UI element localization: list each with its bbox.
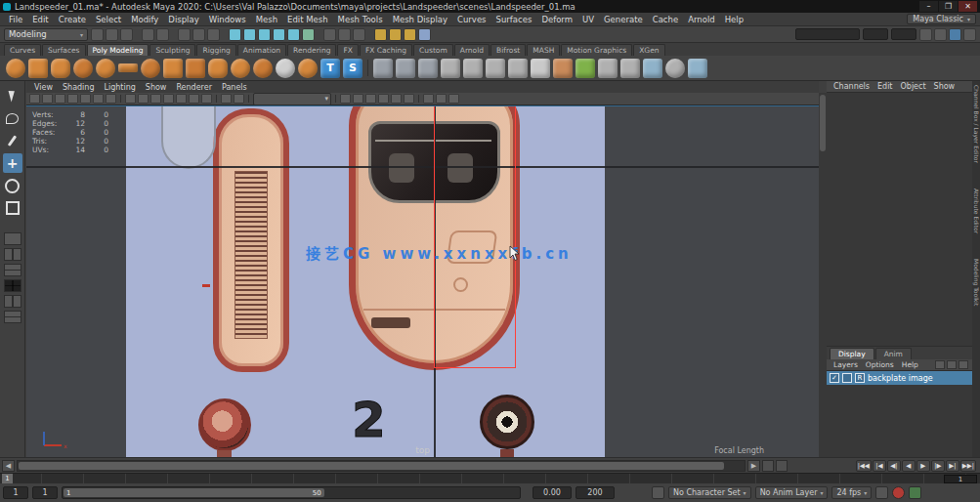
- shelf-boolean-intersect-icon[interactable]: [418, 59, 438, 78]
- shelf-boolean-union-icon[interactable]: [373, 59, 393, 78]
- vp-multisample-icon[interactable]: [391, 94, 402, 104]
- lasso-tool-icon[interactable]: [3, 108, 22, 128]
- shelf-fill-hole-icon[interactable]: [508, 59, 528, 78]
- layout-hypershade-persp-button[interactable]: [4, 311, 21, 323]
- menu-item-17[interactable]: Arnold: [683, 15, 720, 24]
- vp-grid-icon[interactable]: [125, 94, 136, 104]
- vp-lock-camera-icon[interactable]: [42, 94, 53, 104]
- auto-keyframe-toggle-icon[interactable]: [892, 486, 905, 499]
- menu-item-3[interactable]: Select: [91, 15, 126, 24]
- side-tab-2[interactable]: Modeling Toolkit: [973, 259, 980, 306]
- animation-start-field[interactable]: 1: [3, 486, 28, 499]
- vp-menu-item-2[interactable]: Lighting: [100, 83, 139, 92]
- vp-camera-attributes-icon[interactable]: [55, 94, 65, 104]
- vp-menu-item-4[interactable]: Renderer: [172, 83, 216, 92]
- snap-to-point-icon[interactable]: [258, 28, 271, 41]
- step-back-key-button[interactable]: ◀|: [887, 460, 901, 472]
- shelf-poly-soccer-icon[interactable]: [276, 59, 295, 78]
- layout-two-side-by-side-button[interactable]: [4, 248, 21, 261]
- vp-menu-item-5[interactable]: Panels: [218, 83, 251, 92]
- menu-item-18[interactable]: Help: [720, 15, 748, 24]
- range-end-handle[interactable]: 50: [313, 489, 321, 497]
- le-tab-0[interactable]: Display: [830, 348, 874, 359]
- save-scene-icon[interactable]: [120, 28, 133, 41]
- step-forward-key-button[interactable]: |▶: [931, 460, 945, 472]
- vp-safe-action-icon[interactable]: [189, 94, 199, 104]
- shelf-tab-9[interactable]: Custom: [413, 44, 453, 56]
- current-frame-field[interactable]: 1: [944, 475, 977, 483]
- cb-menu-item-0[interactable]: Channels: [831, 82, 873, 91]
- select-by-object-icon[interactable]: [192, 28, 205, 41]
- step-back-frame-button[interactable]: |◀: [873, 460, 886, 472]
- cb-menu-item-1[interactable]: Edit: [874, 82, 896, 91]
- cb-menu-item-3[interactable]: Show: [931, 82, 959, 91]
- vp-select-camera-icon[interactable]: [29, 94, 40, 104]
- shelf-poly-cube-icon[interactable]: [28, 59, 48, 78]
- channel-box-body[interactable]: [827, 93, 972, 347]
- vp-resolution-gate-icon[interactable]: [150, 94, 161, 104]
- minimize-button[interactable]: –: [919, 1, 938, 12]
- vp-motion-blur-icon[interactable]: [378, 94, 389, 104]
- attribute-editor-toggle-icon[interactable]: [919, 28, 932, 41]
- shelf-tab-13[interactable]: Motion Graphics: [561, 44, 632, 56]
- vp-shadows-icon[interactable]: [353, 94, 363, 104]
- shelf-tab-5[interactable]: Animation: [237, 44, 286, 56]
- layer-row[interactable]: ✓ R backplate image: [827, 371, 972, 385]
- vp-ao-icon[interactable]: [365, 94, 376, 104]
- select-by-component-icon[interactable]: [207, 28, 220, 41]
- rotate-tool-icon[interactable]: [3, 176, 22, 195]
- shelf-poly-disc-icon[interactable]: [141, 59, 160, 78]
- side-tab-1[interactable]: Attribute Editor: [973, 188, 980, 233]
- vp-menu-item-3[interactable]: Show: [142, 83, 171, 92]
- menu-item-5[interactable]: Display: [163, 15, 203, 24]
- layout-single-pane-button[interactable]: [4, 232, 21, 245]
- shelf-poly-gear-icon[interactable]: [253, 59, 273, 78]
- layout-two-stacked-button[interactable]: [4, 264, 21, 276]
- render-current-frame-icon[interactable]: [389, 28, 402, 41]
- snap-to-projected-center-icon[interactable]: [273, 28, 285, 41]
- shelf-tab-7[interactable]: FX: [337, 44, 358, 56]
- menu-item-1[interactable]: Edit: [27, 15, 53, 24]
- shelf-multi-cut-icon[interactable]: [531, 59, 550, 78]
- shelf-poly-torus-icon[interactable]: [96, 59, 115, 78]
- output-connections-icon[interactable]: [338, 28, 351, 41]
- shelf-tab-14[interactable]: XGen: [633, 44, 664, 56]
- animation-preferences-icon[interactable]: [909, 486, 921, 499]
- select-tool-icon[interactable]: [3, 86, 22, 105]
- shelf-poly-pyramid-icon[interactable]: [186, 59, 205, 78]
- vp-grease-pencil-icon[interactable]: [106, 94, 116, 104]
- shelf-poly-cylinder-icon[interactable]: [51, 59, 70, 78]
- vp-field-chart-icon[interactable]: [176, 94, 187, 104]
- step-forward-frame-button[interactable]: ▶|: [946, 460, 959, 472]
- new-empty-layer-icon[interactable]: [935, 360, 945, 369]
- viewport-canvas[interactable]: 2 接艺CG www.xxnxxfb.cn Verts:80Edges:120F…: [26, 105, 819, 457]
- menu-item-15[interactable]: Generate: [599, 15, 648, 24]
- vp-image-plane-icon[interactable]: [80, 94, 91, 104]
- le-menu-item-0[interactable]: Layers: [831, 360, 861, 369]
- menu-item-12[interactable]: Surfaces: [491, 15, 537, 24]
- shelf-poly-sphere-icon[interactable]: [6, 59, 25, 78]
- side-tab-0[interactable]: Channel Box / Layer Editor: [973, 85, 980, 163]
- select-by-hierarchy-icon[interactable]: [178, 28, 191, 41]
- scrollbar-thumb[interactable]: [820, 95, 826, 151]
- layer-options-icon[interactable]: [959, 360, 968, 369]
- open-render-view-icon[interactable]: [374, 28, 387, 41]
- vp-lighting-icon[interactable]: [340, 94, 351, 104]
- menu-item-11[interactable]: Curves: [452, 15, 491, 24]
- new-layer-from-selected-icon[interactable]: [947, 360, 957, 369]
- scroll-left-arrow[interactable]: ◀: [2, 460, 15, 472]
- layout-four-view-button[interactable]: [4, 279, 21, 292]
- layer-display-type-box[interactable]: R: [855, 373, 865, 383]
- vp-bookmarks-icon[interactable]: [67, 94, 78, 104]
- character-set-dropdown[interactable]: No Character Set ▾: [668, 486, 751, 499]
- vp-isolate-select-icon[interactable]: [423, 94, 434, 104]
- playback-option-button-2[interactable]: [776, 460, 788, 472]
- time-slider[interactable]: 1 1: [0, 473, 980, 483]
- shelf-mirror-icon[interactable]: [688, 59, 707, 78]
- maximize-button[interactable]: ❐: [939, 1, 958, 12]
- shelf-smooth-icon[interactable]: [665, 59, 685, 78]
- vp-dof-icon[interactable]: [404, 94, 414, 104]
- input-connections-icon[interactable]: [323, 28, 336, 41]
- layout-persp-outliner-button[interactable]: [4, 295, 21, 308]
- shelf-tab-6[interactable]: Rendering: [287, 44, 336, 56]
